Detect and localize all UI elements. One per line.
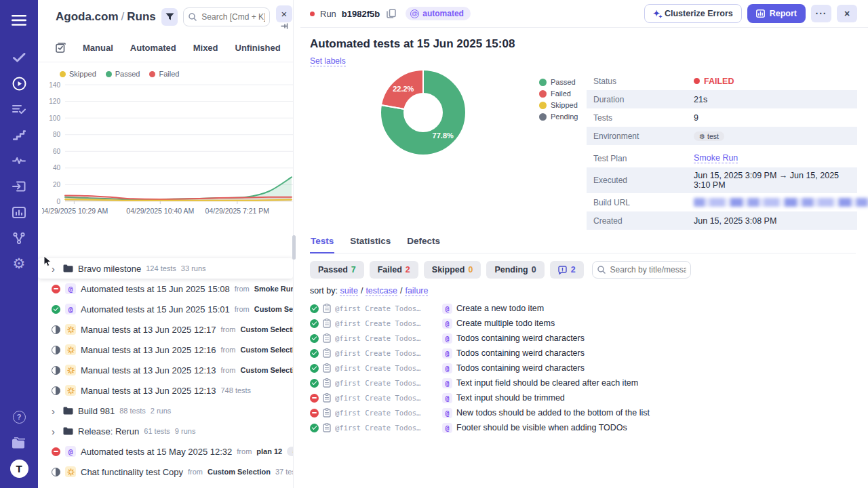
test-row[interactable]: @first Create Todos… Todos containing we… [310, 346, 856, 361]
menu-icon[interactable] [0, 7, 38, 34]
test-title[interactable]: Footer should be visible when adding TOD… [456, 423, 627, 432]
tab-defects[interactable]: Defects [406, 236, 441, 253]
legend-dot [539, 90, 547, 98]
run-source[interactable]: Custom Selection [240, 346, 294, 354]
run-runs-count: 9 runs [175, 427, 196, 435]
run-name[interactable]: Automated tests at 15 Jun 2025 15:01 [81, 304, 230, 314]
run-name[interactable]: Bravo milestone [78, 264, 141, 274]
tab-manual[interactable]: Manual [83, 43, 113, 53]
filter-button[interactable] [161, 8, 178, 26]
branch-icon[interactable] [0, 225, 38, 251]
run-row[interactable]: Automated tests at 15 May 2025 12:32 fro… [38, 441, 293, 462]
run-row[interactable]: Build 981 88 tests 2 runs [38, 401, 293, 421]
comments-filter-pill[interactable]: 2 [550, 261, 584, 279]
test-row[interactable]: @first Create Todos… Create multiple tod… [310, 316, 856, 331]
test-title[interactable]: Todos containing weird characters [456, 348, 585, 358]
logo-t[interactable] [0, 455, 38, 481]
run-source[interactable]: Custom Selection [208, 468, 271, 476]
run-row[interactable]: Automated tests at 15 Jun 2025 15:08 fro… [38, 279, 293, 299]
tab-automated[interactable]: Automated [130, 43, 176, 53]
more-options-button[interactable] [811, 5, 831, 22]
set-labels-link[interactable]: Set labels [310, 56, 346, 66]
test-row[interactable]: @first Create Todos… Text input should b… [310, 390, 856, 405]
sort-by-failure[interactable]: failure [405, 286, 428, 296]
filter-pill[interactable]: Skipped 0 [424, 261, 481, 279]
run-source[interactable]: Custom Selection [254, 305, 294, 313]
test-title[interactable]: Text input field should be cleared after… [456, 378, 638, 388]
run-row[interactable]: Manual tests at 13 Jun 2025 12:16 from C… [38, 340, 293, 360]
scrollbar-thumb[interactable] [292, 235, 296, 260]
run-row[interactable]: Manual tests at 13 Jun 2025 12:17 from C… [38, 319, 293, 340]
test-title[interactable]: Text input should be trimmed [456, 393, 565, 403]
select-all-icon[interactable] [56, 43, 66, 53]
test-title[interactable]: New todos should be added to the bottom … [456, 408, 650, 418]
activity-icon[interactable] [0, 148, 38, 174]
run-results-donut: 77.8%22.2% [372, 69, 474, 161]
filter-pill[interactable]: Pending 0 [486, 261, 544, 279]
run-name[interactable]: Automated tests at 15 Jun 2025 15:08 [81, 284, 230, 294]
close-run-button[interactable] [837, 5, 857, 22]
sort-by-suite[interactable]: suite [340, 286, 357, 296]
tab-statistics[interactable]: Statistics [349, 236, 391, 253]
run-name[interactable]: Build 981 [78, 406, 115, 416]
run-source[interactable]: plan 12 [256, 447, 282, 455]
info-label: Status [593, 77, 694, 86]
chevron-right-icon[interactable] [52, 406, 58, 416]
run-name[interactable]: Chat functinality test Copy [81, 467, 183, 477]
run-detail-panel: Run b1982f5b automated Clusterize Errors… [300, 0, 868, 488]
run-source[interactable]: Custom Selection [240, 366, 294, 374]
test-row[interactable]: @first Create Todos… Todos containing we… [310, 361, 856, 375]
folders-icon[interactable] [0, 430, 38, 455]
test-row[interactable]: @first Create Todos… Text input field sh… [310, 375, 856, 390]
filter-pill[interactable]: Failed 2 [370, 261, 418, 279]
run-name[interactable]: Manual tests at 13 Jun 2025 12:13 [81, 365, 216, 375]
bar-chart-icon[interactable] [0, 199, 38, 225]
run-name[interactable]: Manual tests at 13 Jun 2025 12:13 [81, 386, 216, 396]
breadcrumb-project[interactable]: Agoda.com [56, 10, 119, 23]
run-row[interactable]: Manual tests at 13 Jun 2025 12:13 748 te… [38, 380, 293, 401]
clusterize-errors-button[interactable]: Clusterize Errors [644, 4, 742, 23]
run-name[interactable]: Release: Rerun [78, 426, 139, 436]
test-title[interactable]: Create multiple todo items [456, 319, 555, 328]
test-plan-link[interactable]: Smoke Run [694, 153, 738, 163]
import-icon[interactable] [0, 174, 38, 199]
test-row[interactable]: @first Create Todos… Footer should be vi… [310, 420, 856, 435]
check-icon[interactable] [0, 45, 38, 70]
test-row[interactable]: @first Create Todos… Create a new todo i… [310, 301, 856, 316]
manual-icon [65, 365, 76, 375]
run-source[interactable]: Custom Selection [240, 325, 294, 333]
run-row[interactable]: Chat functinality test Copy from Custom … [38, 462, 293, 482]
filter-pill[interactable]: Passed 7 [310, 261, 364, 279]
tab-tests[interactable]: Tests [310, 236, 334, 253]
copy-icon[interactable] [387, 9, 396, 18]
pin-icon[interactable] [281, 23, 290, 29]
automated-icon [442, 304, 452, 314]
tab-mixed[interactable]: Mixed [193, 43, 218, 53]
play-circle-icon[interactable] [0, 70, 38, 96]
run-row[interactable]: Release: Rerun 61 tests 9 runs [38, 421, 293, 441]
run-row[interactable]: Bravo milestone 124 tests 33 runs [38, 258, 293, 279]
panel-close-button[interactable] [276, 5, 292, 22]
sort-by-testcase[interactable]: testcase [366, 286, 397, 296]
run-name[interactable]: Manual tests at 13 Jun 2025 12:16 [81, 345, 216, 355]
gear-icon[interactable] [0, 251, 38, 277]
tests-search-input[interactable] [592, 261, 691, 279]
chevron-right-icon[interactable] [52, 426, 58, 436]
steps-icon[interactable] [0, 122, 38, 148]
run-name[interactable]: Automated tests at 15 May 2025 12:32 [81, 447, 232, 457]
test-title[interactable]: Create a new todo item [456, 304, 544, 313]
chevron-right-icon[interactable] [52, 264, 58, 274]
run-info-table: Status FAILED FAILED FAILED FAILED Durat… [587, 72, 857, 230]
report-button[interactable]: Report [747, 4, 806, 23]
test-title[interactable]: Todos containing weird characters [456, 333, 585, 343]
tab-unfinished[interactable]: Unfinished [235, 43, 281, 53]
run-source[interactable]: Smoke Run [254, 285, 294, 293]
list-check-icon[interactable] [0, 96, 38, 122]
test-title[interactable]: Todos containing weird characters [456, 363, 585, 373]
run-row[interactable]: Automated tests at 15 Jun 2025 15:01 fro… [38, 299, 293, 319]
test-row[interactable]: @first Create Todos… Todos containing we… [310, 331, 856, 346]
run-row[interactable]: Manual tests at 13 Jun 2025 12:13 from C… [38, 360, 293, 380]
test-row[interactable]: @first Create Todos… New todos should be… [310, 405, 856, 420]
help-icon[interactable] [0, 404, 38, 430]
run-name[interactable]: Manual tests at 13 Jun 2025 12:17 [81, 325, 216, 335]
